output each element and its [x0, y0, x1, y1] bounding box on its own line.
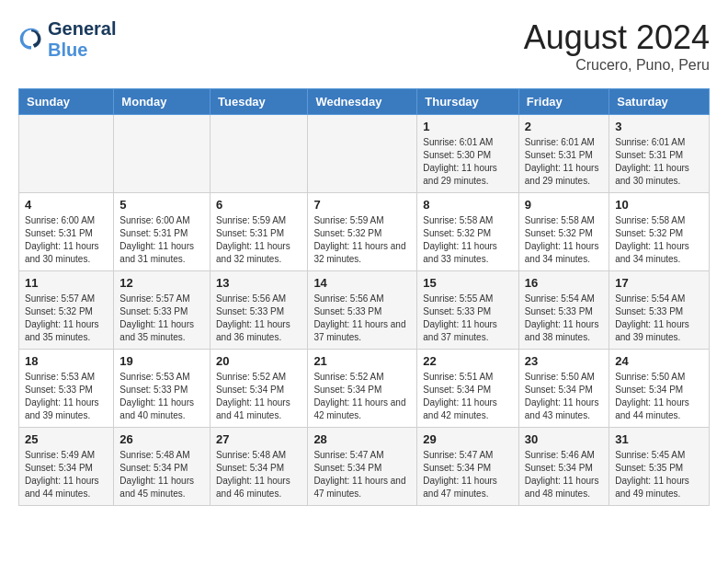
calendar-cell: 26Sunrise: 5:48 AMSunset: 5:34 PMDayligh… [114, 428, 210, 506]
day-number: 21 [313, 354, 411, 368]
day-number: 17 [615, 276, 703, 290]
day-info: Sunrise: 5:45 AMSunset: 5:35 PMDaylight:… [615, 449, 703, 500]
calendar-cell: 10Sunrise: 5:58 AMSunset: 5:32 PMDayligh… [609, 193, 710, 271]
day-number: 20 [216, 354, 301, 368]
weekday-header: Thursday [417, 89, 519, 115]
day-info: Sunrise: 5:54 AMSunset: 5:33 PMDaylight:… [615, 293, 703, 344]
day-info: Sunrise: 6:01 AMSunset: 5:31 PMDaylight:… [615, 136, 703, 188]
calendar-cell: 5Sunrise: 6:00 AMSunset: 5:31 PMDaylight… [114, 193, 210, 271]
calendar-cell: 6Sunrise: 5:59 AMSunset: 5:31 PMDaylight… [210, 193, 308, 271]
day-number: 29 [423, 432, 513, 446]
day-info: Sunrise: 5:58 AMSunset: 5:32 PMDaylight:… [423, 214, 513, 266]
day-info: Sunrise: 5:52 AMSunset: 5:34 PMDaylight:… [313, 371, 411, 422]
calendar-cell [210, 115, 308, 193]
day-info: Sunrise: 5:53 AMSunset: 5:33 PMDaylight:… [119, 371, 204, 422]
day-number: 2 [525, 120, 603, 133]
day-number: 22 [423, 354, 513, 368]
day-info: Sunrise: 5:50 AMSunset: 5:34 PMDaylight:… [525, 371, 603, 422]
day-number: 15 [423, 276, 513, 290]
day-number: 9 [525, 198, 603, 212]
day-number: 6 [216, 198, 301, 212]
calendar-cell: 1Sunrise: 6:01 AMSunset: 5:30 PMDaylight… [417, 115, 519, 193]
calendar-cell: 13Sunrise: 5:56 AMSunset: 5:33 PMDayligh… [210, 271, 308, 350]
day-number: 19 [119, 354, 204, 368]
location-subtitle: Crucero, Puno, Peru [524, 57, 710, 74]
weekday-header: Saturday [609, 89, 710, 115]
day-number: 24 [615, 354, 703, 368]
calendar-cell: 31Sunrise: 5:45 AMSunset: 5:35 PMDayligh… [609, 428, 710, 506]
day-number: 27 [216, 432, 301, 446]
day-info: Sunrise: 5:53 AMSunset: 5:33 PMDaylight:… [25, 371, 108, 422]
day-number: 13 [216, 276, 301, 290]
day-number: 25 [25, 432, 108, 446]
day-number: 1 [423, 120, 513, 133]
day-info: Sunrise: 5:57 AMSunset: 5:33 PMDaylight:… [119, 293, 204, 344]
calendar-cell: 19Sunrise: 5:53 AMSunset: 5:33 PMDayligh… [114, 350, 210, 428]
day-number: 18 [25, 354, 108, 368]
logo-text: General Blue [48, 18, 116, 61]
calendar-week-row: 1Sunrise: 6:01 AMSunset: 5:30 PMDaylight… [19, 115, 710, 193]
calendar-cell: 20Sunrise: 5:52 AMSunset: 5:34 PMDayligh… [210, 350, 308, 428]
weekday-header-row: SundayMondayTuesdayWednesdayThursdayFrid… [19, 89, 710, 115]
title-area: August 2024 Crucero, Puno, Peru [524, 18, 710, 74]
day-info: Sunrise: 5:56 AMSunset: 5:33 PMDaylight:… [313, 293, 411, 344]
calendar-week-row: 4Sunrise: 6:00 AMSunset: 5:31 PMDaylight… [19, 193, 710, 271]
calendar-cell: 17Sunrise: 5:54 AMSunset: 5:33 PMDayligh… [609, 271, 710, 350]
calendar-cell: 27Sunrise: 5:48 AMSunset: 5:34 PMDayligh… [210, 428, 308, 506]
day-info: Sunrise: 5:56 AMSunset: 5:33 PMDaylight:… [216, 293, 301, 344]
day-info: Sunrise: 5:49 AMSunset: 5:34 PMDaylight:… [25, 449, 108, 500]
day-number: 23 [525, 354, 603, 368]
day-number: 5 [119, 198, 204, 212]
calendar-week-row: 11Sunrise: 5:57 AMSunset: 5:32 PMDayligh… [19, 271, 710, 350]
day-info: Sunrise: 5:59 AMSunset: 5:32 PMDaylight:… [313, 214, 411, 266]
calendar-cell: 18Sunrise: 5:53 AMSunset: 5:33 PMDayligh… [19, 350, 114, 428]
day-info: Sunrise: 5:46 AMSunset: 5:34 PMDaylight:… [525, 449, 603, 500]
calendar-cell: 22Sunrise: 5:51 AMSunset: 5:34 PMDayligh… [417, 350, 519, 428]
day-number: 26 [119, 432, 204, 446]
day-number: 11 [25, 276, 108, 290]
weekday-header: Friday [518, 89, 609, 115]
day-info: Sunrise: 6:00 AMSunset: 5:31 PMDaylight:… [119, 214, 204, 266]
day-info: Sunrise: 5:51 AMSunset: 5:34 PMDaylight:… [423, 371, 513, 422]
day-info: Sunrise: 5:58 AMSunset: 5:32 PMDaylight:… [525, 214, 603, 266]
day-number: 10 [615, 198, 703, 212]
calendar-cell: 24Sunrise: 5:50 AMSunset: 5:34 PMDayligh… [609, 350, 710, 428]
day-info: Sunrise: 5:48 AMSunset: 5:34 PMDaylight:… [119, 449, 204, 500]
calendar-cell: 4Sunrise: 6:00 AMSunset: 5:31 PMDaylight… [19, 193, 114, 271]
day-number: 7 [313, 198, 411, 212]
day-info: Sunrise: 6:01 AMSunset: 5:31 PMDaylight:… [525, 136, 603, 188]
day-info: Sunrise: 5:47 AMSunset: 5:34 PMDaylight:… [423, 449, 513, 500]
calendar-table: SundayMondayTuesdayWednesdayThursdayFrid… [18, 88, 710, 506]
calendar-cell: 23Sunrise: 5:50 AMSunset: 5:34 PMDayligh… [518, 350, 609, 428]
calendar-cell: 11Sunrise: 5:57 AMSunset: 5:32 PMDayligh… [19, 271, 114, 350]
day-number: 4 [25, 198, 108, 212]
weekday-header: Wednesday [308, 89, 417, 115]
day-number: 16 [525, 276, 603, 290]
calendar-cell [114, 115, 210, 193]
calendar-cell: 14Sunrise: 5:56 AMSunset: 5:33 PMDayligh… [308, 271, 417, 350]
calendar-cell: 25Sunrise: 5:49 AMSunset: 5:34 PMDayligh… [19, 428, 114, 506]
page-header: General Blue August 2024 Crucero, Puno, … [18, 18, 710, 74]
day-info: Sunrise: 5:55 AMSunset: 5:33 PMDaylight:… [423, 293, 513, 344]
weekday-header: Tuesday [210, 89, 308, 115]
calendar-cell: 9Sunrise: 5:58 AMSunset: 5:32 PMDaylight… [518, 193, 609, 271]
calendar-cell: 3Sunrise: 6:01 AMSunset: 5:31 PMDaylight… [609, 115, 710, 193]
day-number: 8 [423, 198, 513, 212]
day-info: Sunrise: 5:58 AMSunset: 5:32 PMDaylight:… [615, 214, 703, 266]
calendar-cell: 2Sunrise: 6:01 AMSunset: 5:31 PMDaylight… [518, 115, 609, 193]
calendar-cell: 30Sunrise: 5:46 AMSunset: 5:34 PMDayligh… [518, 428, 609, 506]
calendar-cell: 15Sunrise: 5:55 AMSunset: 5:33 PMDayligh… [417, 271, 519, 350]
calendar-week-row: 25Sunrise: 5:49 AMSunset: 5:34 PMDayligh… [19, 428, 710, 506]
calendar-cell: 8Sunrise: 5:58 AMSunset: 5:32 PMDaylight… [417, 193, 519, 271]
calendar-cell [308, 115, 417, 193]
day-number: 14 [313, 276, 411, 290]
calendar-cell: 28Sunrise: 5:47 AMSunset: 5:34 PMDayligh… [308, 428, 417, 506]
day-info: Sunrise: 5:57 AMSunset: 5:32 PMDaylight:… [25, 293, 108, 344]
day-info: Sunrise: 5:50 AMSunset: 5:34 PMDaylight:… [615, 371, 703, 422]
calendar-week-row: 18Sunrise: 5:53 AMSunset: 5:33 PMDayligh… [19, 350, 710, 428]
calendar-cell: 16Sunrise: 5:54 AMSunset: 5:33 PMDayligh… [518, 271, 609, 350]
weekday-header: Sunday [19, 89, 114, 115]
day-info: Sunrise: 5:52 AMSunset: 5:34 PMDaylight:… [216, 371, 301, 422]
calendar-cell [19, 115, 114, 193]
logo: General Blue [18, 18, 116, 61]
